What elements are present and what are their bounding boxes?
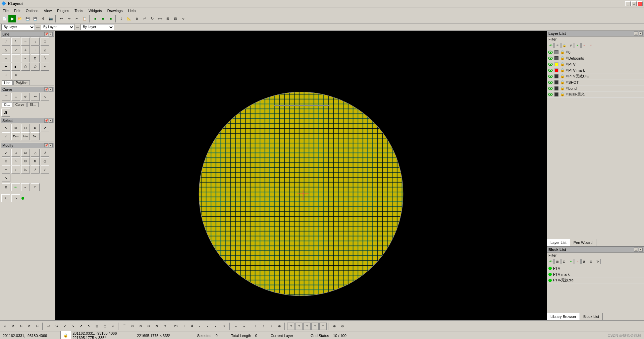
- minimize-button[interactable]: _: [625, 1, 631, 6]
- modify-extra-4[interactable]: □: [31, 183, 40, 191]
- btb-zoom-out[interactable]: ⊖: [339, 323, 346, 330]
- line-tool-rect[interactable]: □: [41, 38, 49, 46]
- modify-tool-10[interactable]: ◷: [41, 157, 49, 165]
- block-row-ptv-mark[interactable]: PTV-mark: [547, 271, 644, 277]
- library-browser-tab[interactable]: Library Browser: [547, 313, 580, 320]
- block-row-ptv-die[interactable]: PTV-无效die: [547, 277, 644, 283]
- line-tool-plus[interactable]: ⊕: [11, 71, 20, 79]
- btb-ex[interactable]: Ex: [172, 323, 180, 330]
- tool1-button[interactable]: ⊡: [172, 15, 179, 22]
- curve-tab-curve[interactable]: Curve: [13, 102, 27, 107]
- select-tool-5[interactable]: ↗: [41, 124, 49, 132]
- btb-20[interactable]: □: [161, 323, 168, 330]
- undo-button[interactable]: ↩: [58, 15, 65, 22]
- menu-drawings[interactable]: Drawings: [106, 8, 124, 13]
- line-tool-wave[interactable]: ~: [41, 63, 49, 71]
- layer-ptvdie-lock[interactable]: 🔒: [560, 74, 565, 79]
- block-add-green[interactable]: +: [568, 259, 574, 264]
- modify-tool-13[interactable]: ◺: [21, 165, 30, 174]
- menu-view[interactable]: View: [43, 8, 53, 13]
- grid-button[interactable]: #: [118, 15, 125, 22]
- rotate-button[interactable]: ↻: [149, 15, 156, 22]
- line-tool-poly[interactable]: ◧: [11, 63, 20, 71]
- close-button[interactable]: ×: [637, 1, 643, 6]
- line-tool-back[interactable]: \: [11, 38, 20, 46]
- layer-shot-lock[interactable]: 🔒: [560, 80, 565, 85]
- layer-dropdown-3[interactable]: By Layer: [80, 24, 114, 30]
- modify-tool-9[interactable]: ⊠: [31, 157, 40, 165]
- select-tool-dim[interactable]: Dim: [11, 132, 20, 140]
- cut-button[interactable]: ✂: [73, 15, 80, 22]
- menu-options[interactable]: Options: [24, 8, 40, 13]
- modify-extra-3[interactable]: ⌐: [21, 183, 30, 191]
- pointer-tool[interactable]: ↖: [1, 194, 10, 202]
- menu-file[interactable]: File: [1, 8, 10, 13]
- block-tb-btn1[interactable]: ⊞: [554, 259, 560, 264]
- btb-7[interactable]: ↪: [53, 323, 60, 330]
- align-button[interactable]: ⊞: [164, 15, 171, 22]
- freehand-tool[interactable]: 〜: [11, 194, 20, 202]
- modify-tool-1[interactable]: ↙: [2, 149, 10, 157]
- btb-snap1[interactable]: ⌐: [197, 323, 204, 330]
- open-button[interactable]: ▶: [8, 15, 16, 22]
- zoom-out-button[interactable]: ■: [99, 15, 107, 22]
- select-tool-se[interactable]: Se..: [31, 132, 40, 140]
- line-tool-diag2[interactable]: ╲: [41, 54, 49, 62]
- btb-2[interactable]: ↺: [9, 323, 17, 330]
- redo-button[interactable]: ↪: [65, 15, 73, 22]
- modify-tool-7[interactable]: ⌂: [11, 157, 20, 165]
- menu-tools[interactable]: Tools: [73, 8, 85, 13]
- new-button[interactable]: 📄: [1, 15, 8, 22]
- layer-row-defpoints[interactable]: 🔒 # Defpoints: [547, 55, 644, 61]
- layer-suss-eye[interactable]: [548, 92, 553, 97]
- line-pin-button[interactable]: 📌: [44, 32, 48, 36]
- block-tb-btn5[interactable]: ↻: [595, 259, 601, 264]
- text-tool-button[interactable]: A: [1, 109, 10, 117]
- layer-defpoints-eye[interactable]: [548, 56, 553, 61]
- block-tb-btn4[interactable]: ⊟: [588, 259, 594, 264]
- block-remove-red[interactable]: −: [575, 259, 581, 264]
- mirror-button[interactable]: ⇌: [141, 15, 148, 22]
- modify-extra-1[interactable]: ⊞: [2, 183, 10, 191]
- btb-view-icon1[interactable]: □: [287, 323, 294, 330]
- layer-ptv-lock[interactable]: 🔒: [560, 62, 565, 67]
- snap-button[interactable]: ⊕: [133, 15, 141, 22]
- layer-dropdown-2[interactable]: By Layer: [41, 24, 74, 30]
- layer-row-ptv-die[interactable]: 🔒 # PTV无效DIE: [547, 73, 644, 79]
- layer-defpoints-lock[interactable]: 🔒: [560, 56, 565, 61]
- select-close-button[interactable]: ×: [49, 119, 53, 123]
- curve-tool-4[interactable]: 〜: [31, 93, 40, 101]
- curve-tool-5[interactable]: ∿: [41, 93, 49, 101]
- curve-tool-3[interactable]: ↺: [21, 93, 30, 101]
- layer-visible-all[interactable]: 👁: [548, 43, 554, 48]
- modify-extra-2[interactable]: ✏: [11, 183, 20, 191]
- line-tool-angle2[interactable]: ◸: [11, 46, 20, 54]
- block-header-resize[interactable]: □: [634, 248, 638, 252]
- layer-ptvdie-eye[interactable]: [548, 74, 553, 79]
- block-list-tab2[interactable]: Block List: [580, 313, 603, 320]
- layer-header-resize[interactable]: □: [634, 31, 638, 36]
- layer-lock-all[interactable]: 🔒: [561, 43, 567, 48]
- select-pin-button[interactable]: 📌: [44, 119, 48, 123]
- btb-10[interactable]: ↗: [77, 323, 85, 330]
- curve-tool-1[interactable]: ⌒: [2, 93, 10, 101]
- select-tool-1[interactable]: ↖: [2, 124, 10, 132]
- line-tool-vert[interactable]: ↕: [31, 38, 40, 46]
- layer-row-bond[interactable]: 🔒 # bond: [547, 85, 644, 91]
- line-tool-cross[interactable]: ✛: [2, 71, 10, 79]
- select-tool-6[interactable]: ↙: [2, 132, 10, 140]
- btb-3[interactable]: ↻: [17, 323, 25, 330]
- layer-remove-red[interactable]: −: [581, 43, 587, 48]
- pen-wizard-tab[interactable]: Pen Wizard: [570, 239, 596, 246]
- line-tool-hex2[interactable]: ⬡: [31, 63, 40, 71]
- line-tool-arc[interactable]: ⌒: [11, 54, 20, 62]
- maximize-button[interactable]: □: [631, 1, 637, 6]
- btb-snap2[interactable]: ⌐: [205, 323, 212, 330]
- menu-widgets[interactable]: Widgets: [87, 8, 103, 13]
- modify-pin-button[interactable]: 📌: [44, 143, 48, 147]
- btb-1[interactable]: ○: [1, 323, 9, 330]
- block-tb-btn2[interactable]: ⊡: [561, 259, 567, 264]
- modify-tool-15[interactable]: ↙: [41, 165, 49, 174]
- modify-tool-4[interactable]: △: [31, 149, 40, 157]
- line-tool-tri[interactable]: △: [41, 46, 49, 54]
